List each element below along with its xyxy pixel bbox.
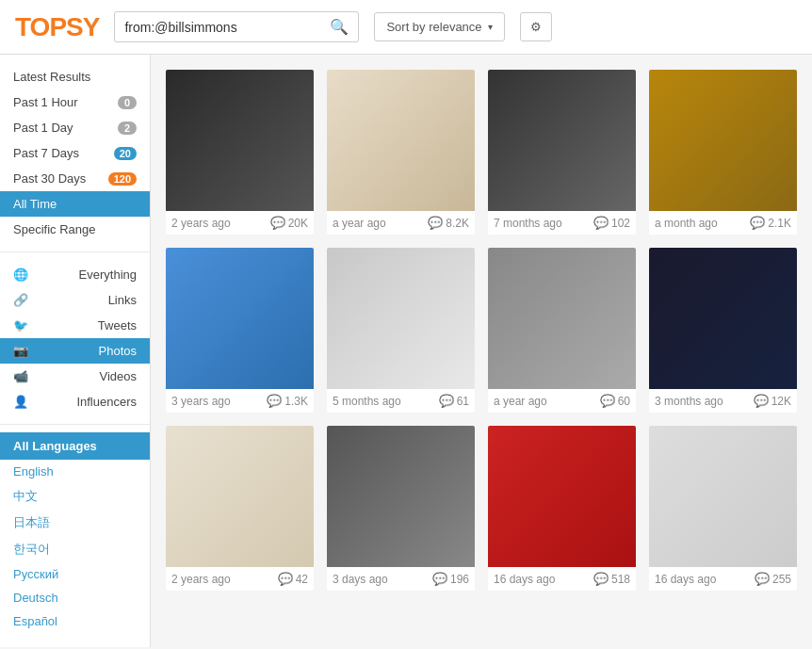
photo-time: 7 months ago [494,217,562,230]
comment-icon: 💬 [428,216,443,230]
photo-time: 5 months ago [333,395,401,408]
sidebar-time-item[interactable]: Past 7 Days20 [0,140,150,166]
sort-dropdown[interactable]: Sort by relevance ▾ [374,12,504,41]
search-input[interactable] [124,20,330,35]
badge: 0 [118,96,137,109]
photo-card[interactable]: 3 months ago 💬 12K [649,248,797,413]
sidebar-time-item[interactable]: Specific Range [0,217,150,242]
type-icon: 🔗 [13,293,28,307]
sidebar-item-label: All Time [13,197,57,211]
sidebar-item-label: Videos [99,369,137,383]
sidebar-time-item[interactable]: Latest Results [0,64,150,89]
comment-icon: 💬 [600,394,615,408]
sidebar-time-item[interactable]: Past 1 Hour0 [0,89,150,115]
photo-meta: a month ago 💬 2.1K [649,211,797,235]
photo-comments: 💬 60 [600,394,630,408]
photo-thumbnail [649,426,797,567]
photo-thumbnail [488,426,636,567]
photo-card[interactable]: a month ago 💬 2.1K [649,70,797,235]
photo-time: 2 years ago [171,217,231,230]
photo-meta: a year ago 💬 8.2K [327,211,475,235]
photo-card[interactable]: a year ago 💬 60 [488,248,636,413]
photo-card[interactable]: 2 years ago 💬 20K [166,70,314,235]
language-header: All Languages [0,432,150,460]
type-icon: 👤 [13,395,28,409]
search-icon[interactable]: 🔍 [330,18,349,36]
photo-card[interactable]: 16 days ago 💬 255 [649,426,797,591]
sidebar: Latest ResultsPast 1 Hour0Past 1 Day2Pas… [0,55,151,647]
main-content: 2 years ago 💬 20K a year ago 💬 8.2K 7 mo… [151,55,812,647]
photo-card[interactable]: 7 months ago 💬 102 [488,70,636,235]
photo-thumbnail [166,426,314,567]
language-item[interactable]: Deutsch [0,586,150,609]
sidebar-type-item[interactable]: 🐦Tweets [0,313,150,338]
comment-icon: 💬 [270,216,285,230]
search-bar: 🔍 [114,11,359,42]
comment-icon: 💬 [593,216,609,230]
photo-comments: 💬 61 [439,394,469,408]
photo-meta: 5 months ago 💬 61 [327,389,475,413]
sidebar-time-item[interactable]: Past 1 Day2 [0,115,150,140]
comment-icon: 💬 [439,394,454,408]
photo-comments: 💬 102 [593,216,630,230]
sidebar-type-item[interactable]: 👤Influencers [0,389,150,414]
sidebar-item-label: Photos [99,344,137,358]
sidebar-type-item[interactable]: 📷Photos [0,338,150,364]
comment-icon: 💬 [267,394,282,408]
photo-meta: 2 years ago 💬 20K [166,211,314,235]
photo-card[interactable]: 3 days ago 💬 196 [327,426,475,591]
language-item[interactable]: English [0,460,150,483]
header: TOPSY 🔍 Sort by relevance ▾ ⚙ [0,0,812,55]
photo-time: 2 years ago [171,573,231,586]
photo-meta: 2 years ago 💬 42 [166,567,314,591]
photo-card[interactable]: 16 days ago 💬 518 [488,426,636,591]
photo-comments: 💬 1.3K [267,394,308,408]
photo-card[interactable]: 5 months ago 💬 61 [327,248,475,413]
sidebar-item-label: Past 1 Hour [13,95,78,109]
sidebar-type-item[interactable]: 🔗Links [0,287,150,313]
sidebar-item-label: Everything [79,268,137,282]
photo-card[interactable]: a year ago 💬 8.2K [327,70,475,235]
sidebar-type-item[interactable]: 📹Videos [0,364,150,389]
photo-thumbnail [327,70,475,211]
language-item[interactable]: 한국어 [0,536,150,562]
sidebar-time-item[interactable]: All Time [0,191,150,217]
photo-time: 3 months ago [655,395,723,408]
language-filter-section: All Languages English中文日本語한국어РусскийDeut… [0,425,150,641]
photo-comments: 💬 518 [593,572,630,586]
photo-time: a year ago [494,395,547,408]
comment-icon: 💬 [754,394,769,408]
type-filter-section: 🌐Everything🔗Links🐦Tweets📷Photos📹Videos👤I… [0,252,150,425]
sidebar-time-item[interactable]: Past 30 Days120 [0,166,150,191]
photo-thumbnail [327,426,475,567]
photo-meta: 3 months ago 💬 12K [649,389,797,413]
photo-meta: 16 days ago 💬 255 [649,567,797,591]
photo-thumbnail [488,70,636,211]
comment-icon: 💬 [755,572,770,586]
language-item[interactable]: Español [0,609,150,633]
comment-icon: 💬 [750,216,765,230]
language-item[interactable]: Русский [0,562,150,586]
time-filter-section: Latest ResultsPast 1 Hour0Past 1 Day2Pas… [0,55,150,252]
sidebar-item-label: Influencers [76,395,137,409]
photo-time: 16 days ago [494,573,555,586]
settings-button[interactable]: ⚙ [520,12,552,41]
photo-grid: 2 years ago 💬 20K a year ago 💬 8.2K 7 mo… [166,70,797,591]
photo-card[interactable]: 2 years ago 💬 42 [166,426,314,591]
photo-time: 16 days ago [655,573,716,586]
language-item[interactable]: 日本語 [0,510,150,536]
photo-meta: a year ago 💬 60 [488,389,636,413]
badge: 20 [114,147,137,160]
photo-card[interactable]: 3 years ago 💬 1.3K [166,248,314,413]
type-icon: 📹 [13,369,28,383]
photo-time: a year ago [333,217,386,230]
photo-meta: 3 years ago 💬 1.3K [166,389,314,413]
photo-time: a month ago [655,217,718,230]
sidebar-item-label: Past 7 Days [13,146,79,160]
photo-comments: 💬 42 [278,572,308,586]
sidebar-item-label: Links [108,293,137,307]
photo-comments: 💬 20K [270,216,308,230]
language-item[interactable]: 中文 [0,483,150,510]
sidebar-type-item[interactable]: 🌐Everything [0,262,150,287]
photo-thumbnail [327,248,475,389]
